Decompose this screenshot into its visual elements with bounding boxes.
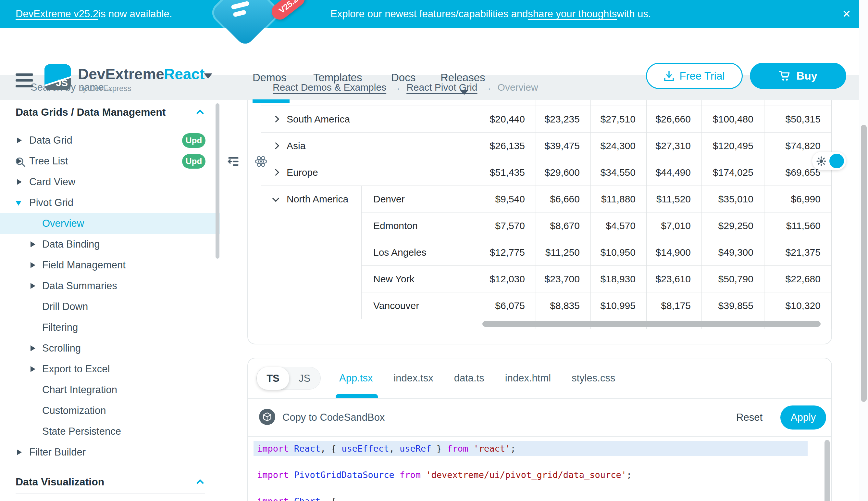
pivot-value-cell: $39,475 bbox=[536, 132, 591, 159]
tab-data-ts[interactable]: data.ts bbox=[454, 372, 484, 384]
city-label: New York bbox=[373, 274, 415, 285]
devextreme-logo[interactable]: JS bbox=[44, 64, 71, 90]
reset-button[interactable]: Reset bbox=[736, 399, 762, 436]
pivot-row-header-city[interactable]: Edmonton bbox=[361, 213, 481, 239]
sidebar-item-label: Data Grid bbox=[29, 135, 73, 146]
sidebar-section-data-visualization[interactable]: Data Visualization bbox=[0, 470, 220, 494]
sidebar-item-customization[interactable]: Customization bbox=[0, 400, 220, 421]
sidebar-item-field-management[interactable]: Field Management bbox=[0, 255, 220, 276]
brand-byline: by DevExpress bbox=[79, 84, 131, 93]
city-label: Los Angeles bbox=[373, 247, 426, 258]
sidebar-item-data-binding[interactable]: Data Binding bbox=[0, 234, 220, 255]
sidebar-item-export-to-excel[interactable]: Export to Excel bbox=[0, 359, 220, 380]
city-label: Edmonton bbox=[373, 220, 418, 231]
ts-option[interactable]: TS bbox=[257, 367, 289, 390]
sidebar-item-label: Filtering bbox=[42, 322, 78, 333]
theme-toggle[interactable] bbox=[812, 152, 846, 170]
chevron-up-icon[interactable] bbox=[196, 479, 204, 487]
releases-caret-icon[interactable] bbox=[460, 90, 469, 95]
pivot-horizontal-scrollbar[interactable] bbox=[482, 321, 821, 327]
pivot-row-header-city[interactable]: Los Angeles bbox=[361, 239, 481, 266]
pivot-value-cell: $22,680 bbox=[764, 266, 831, 292]
sidebar-item-card-view[interactable]: Card View bbox=[0, 172, 220, 192]
tab-app-tsx[interactable]: App.tsx bbox=[339, 372, 373, 384]
pivot-row-header-region[interactable]: South America bbox=[261, 106, 481, 132]
banner-version-link[interactable]: DevExtreme v25.2 bbox=[15, 8, 98, 20]
caret-right-icon[interactable] bbox=[31, 262, 35, 268]
pivot-clipped-row-cell bbox=[481, 100, 536, 106]
pivot-row-header-city[interactable]: Vancouver bbox=[361, 292, 481, 319]
chevron-up-icon[interactable] bbox=[196, 109, 204, 117]
language-toggle[interactable]: TS JS bbox=[256, 367, 321, 390]
close-icon[interactable]: ✕ bbox=[839, 0, 854, 28]
pivot-value-cell: $20,440 bbox=[481, 106, 536, 132]
caret-right-icon[interactable] bbox=[17, 137, 22, 143]
js-option[interactable]: JS bbox=[288, 367, 320, 390]
platform-label[interactable]: React bbox=[164, 65, 205, 83]
buy-button[interactable]: Buy bbox=[750, 63, 846, 89]
breadcrumb-current: Overview bbox=[498, 82, 538, 93]
caret-right-icon[interactable] bbox=[17, 449, 22, 455]
react-icon bbox=[254, 155, 267, 168]
upd-badge: Upd bbox=[182, 154, 206, 169]
free-trial-button[interactable]: Free Trial bbox=[646, 63, 743, 89]
pivot-value-cell: $11,880 bbox=[591, 186, 646, 213]
caret-right-icon[interactable] bbox=[31, 242, 35, 247]
apply-button[interactable]: Apply bbox=[780, 405, 826, 429]
expand-chevron-icon[interactable] bbox=[272, 142, 279, 149]
nav-docs[interactable]: Docs bbox=[391, 56, 416, 99]
caret-right-icon[interactable] bbox=[31, 366, 35, 372]
sidebar-item-pivot-grid[interactable]: Pivot Grid bbox=[0, 192, 220, 213]
pivot-row-header-city[interactable]: New York bbox=[361, 266, 481, 292]
collapse-sidebar-icon[interactable] bbox=[227, 156, 240, 167]
pivot-value-cell: $6,660 bbox=[536, 186, 591, 213]
sidebar-section-data-grids-data-management[interactable]: Data Grids / Data Management bbox=[0, 100, 220, 124]
sidebar-item-filtering[interactable]: Filtering bbox=[0, 317, 220, 338]
sidebar-item-chart-integration[interactable]: Chart Integration bbox=[0, 380, 220, 400]
hamburger-menu-icon[interactable] bbox=[15, 73, 33, 91]
sidebar-item-filter-builder[interactable]: Filter Builder bbox=[0, 442, 220, 463]
caret-right-icon[interactable] bbox=[31, 283, 35, 289]
pivot-value-cell: $27,310 bbox=[646, 132, 702, 159]
page-scrollbar-thumb[interactable] bbox=[861, 125, 867, 402]
expand-chevron-icon[interactable] bbox=[272, 116, 279, 122]
expand-chevron-icon[interactable] bbox=[272, 169, 279, 176]
banner-right-post: with us. bbox=[617, 8, 651, 20]
code-scrollbar[interactable] bbox=[824, 440, 830, 501]
sidebar-item-label: Scrolling bbox=[42, 342, 81, 354]
tab-index-html[interactable]: index.html bbox=[505, 372, 551, 384]
caret-right-icon[interactable] bbox=[31, 345, 35, 351]
pivot-row-header-city[interactable]: Denver bbox=[361, 186, 481, 213]
nav-demos[interactable]: Demos bbox=[253, 56, 287, 99]
code-token: import bbox=[257, 496, 289, 501]
sidebar-item-drill-down[interactable]: Drill Down bbox=[0, 296, 220, 317]
code-editor[interactable]: import React, { useEffect, useRef } from… bbox=[248, 437, 831, 501]
pivot-value-cell: $8,670 bbox=[536, 213, 591, 239]
pivot-row-header-region[interactable]: North America bbox=[261, 186, 361, 319]
collapse-chevron-icon[interactable] bbox=[272, 195, 279, 202]
pivot-row-header-region[interactable]: Europe bbox=[261, 159, 481, 186]
sidebar-item-data-grid[interactable]: Data GridUpd bbox=[0, 130, 220, 151]
code-token bbox=[289, 470, 294, 480]
sidebar-item-scrolling[interactable]: Scrolling bbox=[0, 338, 220, 359]
sidebar-item-data-summaries[interactable]: Data Summaries bbox=[0, 276, 220, 296]
nav-templates[interactable]: Templates bbox=[313, 56, 362, 99]
pivot-row-header-region[interactable]: Asia bbox=[261, 132, 481, 159]
copy-to-codesandbox-button[interactable]: Copy to CodeSandBox bbox=[283, 399, 385, 436]
caret-right-icon[interactable] bbox=[17, 179, 22, 185]
sidebar-item-overview[interactable]: Overview bbox=[0, 213, 220, 234]
sidebar-scrollbar[interactable] bbox=[216, 103, 219, 259]
codesandbox-icon[interactable] bbox=[259, 409, 275, 425]
page-scrollbar-track[interactable] bbox=[859, 0, 868, 501]
pivot-value-cell: $10,950 bbox=[591, 239, 646, 266]
pivot-value-cell: $29,600 bbox=[536, 159, 591, 186]
sidebar-item-state-persistence[interactable]: State Persistence bbox=[0, 421, 220, 442]
tab-index-tsx[interactable]: index.tsx bbox=[393, 372, 433, 384]
code-token: PivotGridDataSource bbox=[294, 470, 394, 480]
chevron-down-icon[interactable] bbox=[204, 73, 212, 79]
share-thoughts-link[interactable]: share your thoughts bbox=[528, 8, 617, 20]
sidebar-item-tree-list[interactable]: Tree ListUpd bbox=[0, 151, 220, 172]
caret-down-icon[interactable] bbox=[15, 201, 21, 206]
tab-styles-css[interactable]: styles.css bbox=[572, 372, 615, 384]
free-trial-label: Free Trial bbox=[679, 70, 725, 82]
